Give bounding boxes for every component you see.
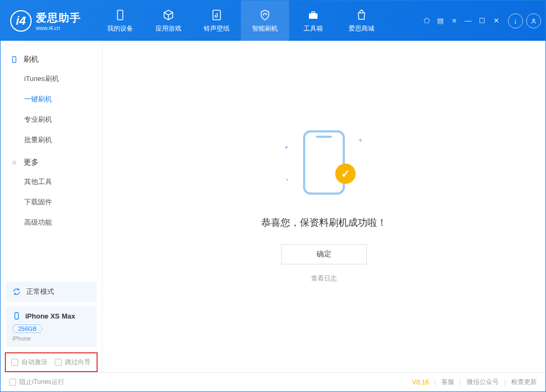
logo: i4 爱思助手 www.i4.cn: [10, 10, 81, 32]
phone-small-icon: [10, 56, 18, 64]
device-card[interactable]: iPhone XS Max 256GB iPhone: [6, 306, 97, 347]
music-file-icon: [210, 9, 223, 21]
tab-ringtones[interactable]: 铃声壁纸: [193, 1, 241, 41]
device-type: iPhone: [12, 335, 90, 342]
sparkle-icon: ✦: [358, 137, 363, 144]
minimize-button[interactable]: —: [464, 17, 473, 25]
phone-icon: [114, 9, 127, 21]
sidebar-item-advanced[interactable]: 高级功能: [1, 212, 102, 233]
sidebar-item-itunes-flash[interactable]: iTunes刷机: [1, 69, 102, 89]
highlighted-options: 自动激活 跳过向导: [5, 352, 98, 372]
user-button[interactable]: [526, 13, 541, 28]
check-badge-icon: ✓: [335, 164, 356, 184]
maximize-button[interactable]: ☐: [478, 17, 486, 25]
tab-my-device[interactable]: 我的设备: [96, 1, 144, 41]
toolbox-icon: [307, 9, 320, 21]
sidebar-item-oneclick-flash[interactable]: 一键刷机: [1, 89, 102, 109]
main-tabs: 我的设备 应用游戏 铃声壁纸 智能刷机 工具箱 爱思商城: [96, 1, 386, 41]
sparkle-icon: ✦: [284, 144, 289, 151]
refresh-icon: [12, 287, 21, 296]
checkbox-skip-guide[interactable]: 跳过向导: [55, 358, 91, 367]
phone-outline-icon: [303, 130, 345, 195]
app-subtitle: www.i4.cn: [36, 25, 81, 31]
app-header: i4 爱思助手 www.i4.cn 我的设备 应用游戏 铃声壁纸 智能刷机 工具…: [1, 1, 545, 41]
close-button[interactable]: ✕: [492, 17, 500, 25]
window-controls: ⬠ ▤ ≡ — ☐ ✕: [422, 17, 500, 25]
success-message: 恭喜您，保资料刷机成功啦！: [261, 216, 387, 229]
cube-icon: [162, 9, 175, 21]
sparkle-icon: •: [286, 176, 288, 184]
checkbox-block-itunes[interactable]: 阻止iTunes运行: [9, 378, 64, 387]
menu-icon[interactable]: ≡: [450, 17, 459, 25]
status-bar: 阻止iTunes运行 V8.16 | 客服 | 微信公众号 | 检查更新: [1, 372, 545, 391]
svg-rect-2: [309, 13, 318, 19]
svg-rect-5: [12, 56, 16, 62]
device-phone-icon: [12, 312, 21, 320]
version-label: V8.16: [412, 379, 429, 386]
ok-button[interactable]: 确定: [281, 244, 367, 264]
svg-rect-3: [312, 12, 315, 13]
footer-link-update[interactable]: 检查更新: [511, 378, 537, 387]
sidebar-item-pro-flash[interactable]: 专业刷机: [1, 109, 102, 130]
app-title: 爱思助手: [36, 11, 81, 25]
svg-rect-6: [15, 313, 19, 319]
svg-rect-0: [117, 10, 123, 20]
svg-rect-1: [213, 10, 220, 20]
tab-apps[interactable]: 应用游戏: [144, 1, 193, 41]
tab-flash[interactable]: 智能刷机: [241, 1, 289, 41]
footer-link-wechat[interactable]: 微信公众号: [467, 378, 499, 387]
sidebar-item-other-tools[interactable]: 其他工具: [1, 172, 102, 192]
sidebar-section-more[interactable]: ≡ 更多: [1, 153, 102, 172]
bag-icon: [355, 9, 368, 21]
footer-link-support[interactable]: 客服: [441, 378, 454, 387]
sidebar: 刷机 iTunes刷机 一键刷机 专业刷机 批量刷机 ≡ 更多 其他工具 下载固…: [1, 41, 102, 372]
tab-toolbox[interactable]: 工具箱: [289, 1, 337, 41]
sidebar-item-batch-flash[interactable]: 批量刷机: [1, 130, 102, 150]
mode-card[interactable]: 正常模式: [6, 282, 97, 302]
shirt-icon[interactable]: ⬠: [422, 17, 431, 25]
menu-small-icon: ≡: [10, 159, 18, 167]
sidebar-section-flash[interactable]: 刷机: [1, 50, 102, 69]
tab-store[interactable]: 爱思商城: [337, 1, 386, 41]
checkbox-icon: [9, 379, 16, 386]
checkbox-icon: [11, 359, 18, 366]
success-illustration: ✦ ✦ • ✓: [289, 130, 359, 200]
main-content: ✦ ✦ • ✓ 恭喜您，保资料刷机成功啦！ 确定 查看日志: [102, 41, 545, 372]
view-log-link[interactable]: 查看日志: [311, 274, 337, 283]
svg-point-4: [533, 19, 535, 21]
download-button[interactable]: ↓: [508, 13, 523, 28]
logo-icon: i4: [10, 10, 32, 32]
sidebar-item-download-firmware[interactable]: 下载固件: [1, 192, 102, 212]
list-icon[interactable]: ▤: [436, 17, 445, 25]
refresh-shield-icon: [259, 9, 271, 21]
device-storage: 256GB: [12, 324, 42, 333]
checkbox-icon: [55, 359, 62, 366]
checkbox-auto-activate[interactable]: 自动激活: [11, 358, 47, 367]
